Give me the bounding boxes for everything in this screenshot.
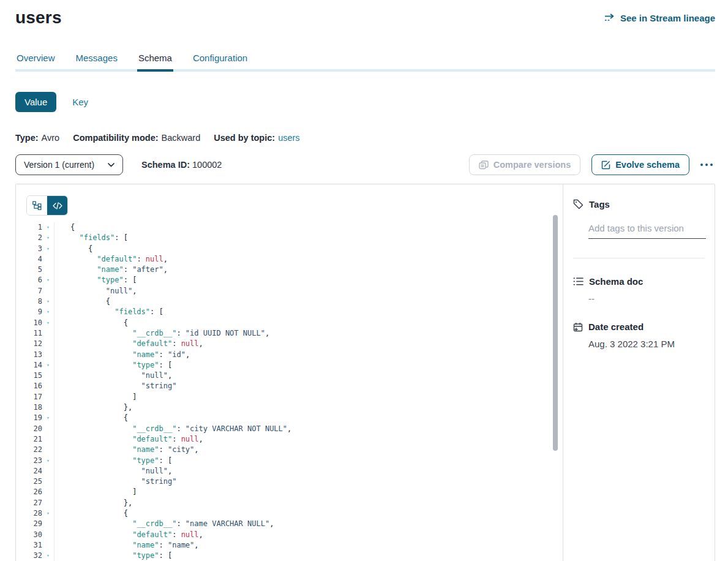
fold-arrow-icon[interactable]: ▾	[42, 244, 54, 254]
code-line[interactable]: 29 "__crdb__": "name VARCHAR NULL",	[26, 519, 563, 529]
fold-arrow-icon[interactable]: ▾	[42, 508, 54, 519]
schema-type-value: Avro	[42, 133, 60, 143]
schema-doc-header: Schema doc	[573, 276, 705, 287]
tab-messages[interactable]: Messages	[75, 49, 119, 69]
code-line[interactable]: 20 "__crdb__": "city VARCHAR NOT NULL",	[26, 424, 563, 434]
version-bar: Version 1 (current) Schema ID: 100002 Co…	[15, 154, 715, 175]
tree-view-button[interactable]	[27, 196, 47, 215]
fold-spacer	[42, 371, 54, 381]
code-line[interactable]: 21 "default": null,	[26, 434, 563, 445]
code-line[interactable]: 9▾ "fields": [	[26, 307, 563, 317]
compare-versions-button[interactable]: Compare versions	[469, 154, 581, 175]
stream-lineage-link[interactable]: See in Stream lineage	[604, 13, 715, 23]
fold-arrow-icon[interactable]: ▾	[42, 222, 54, 233]
fold-spacer	[42, 328, 54, 339]
fold-spacer	[42, 445, 54, 455]
code-text: "type": [	[54, 551, 172, 561]
code-line[interactable]: 7 "null",	[26, 286, 563, 296]
fold-arrow-icon[interactable]: ▾	[42, 233, 54, 243]
fold-spacer	[42, 476, 54, 487]
schema-meta: Type: Avro Compatibility mode: Backward …	[15, 133, 715, 143]
tab-schema[interactable]: Schema	[137, 49, 173, 72]
line-number: 8	[26, 296, 42, 307]
line-number: 22	[26, 445, 42, 455]
fold-arrow-icon[interactable]: ▾	[42, 275, 54, 285]
code-line[interactable]: 23▾ "type": [	[26, 456, 563, 466]
code-line[interactable]: 4 "default": null,	[26, 254, 563, 265]
editor-scrollbar[interactable]	[553, 215, 558, 451]
evolve-schema-button[interactable]: Evolve schema	[591, 154, 689, 175]
fold-arrow-icon[interactable]: ▾	[42, 318, 54, 328]
code-line[interactable]: 31 "name": "name",	[26, 540, 563, 551]
code-line[interactable]: 5 "name": "after",	[26, 265, 563, 275]
more-options-button[interactable]	[698, 161, 715, 168]
fold-arrow-icon[interactable]: ▾	[42, 296, 54, 307]
tab-configuration[interactable]: Configuration	[192, 49, 249, 69]
code-view-button[interactable]	[47, 196, 67, 215]
code-line[interactable]: 18 },	[26, 402, 563, 413]
code-line[interactable]: 13 "name": "id",	[26, 350, 563, 360]
code-editor-area[interactable]: 1▾{2▾ "fields": [3▾ {4 "default": null,5…	[26, 222, 563, 561]
code-text: "type": [	[54, 275, 137, 285]
topic-link[interactable]: users	[278, 133, 299, 143]
code-line[interactable]: 3▾ {	[26, 244, 563, 254]
line-number: 31	[26, 540, 42, 551]
code-line[interactable]: 16 "string"	[26, 381, 563, 391]
code-line[interactable]: 2▾ "fields": [	[26, 233, 563, 243]
code-line[interactable]: 11 "__crdb__": "id UUID NOT NULL",	[26, 328, 563, 339]
version-select[interactable]: Version 1 (current)	[15, 154, 123, 175]
code-text: "__crdb__": "name VARCHAR NULL",	[54, 519, 274, 529]
code-line[interactable]: 10▾ {	[26, 318, 563, 328]
code-line[interactable]: 27 },	[26, 498, 563, 508]
fold-spacer	[42, 530, 54, 540]
code-line[interactable]: 14▾ "type": [	[26, 360, 563, 371]
value-button[interactable]: Value	[15, 92, 56, 112]
code-line[interactable]: 12 "default": null,	[26, 339, 563, 349]
code-text: "default": null,	[54, 530, 203, 540]
line-number: 13	[26, 350, 42, 360]
code-line[interactable]: 19▾ {	[26, 413, 563, 423]
tab-bar: Overview Messages Schema Configuration	[15, 49, 715, 72]
fold-arrow-icon[interactable]: ▾	[42, 307, 54, 317]
code-text: {	[54, 222, 75, 233]
code-text: "string"	[54, 476, 176, 487]
schema-id: Schema ID: 100002	[141, 160, 222, 170]
line-number: 28	[26, 508, 42, 519]
code-line[interactable]: 26 ]	[26, 487, 563, 497]
line-number: 6	[26, 275, 42, 285]
code-line[interactable]: 30 "default": null,	[26, 530, 563, 540]
add-tags-input[interactable]	[588, 222, 706, 239]
code-line[interactable]: 22 "name": "city",	[26, 445, 563, 455]
fold-spacer	[42, 350, 54, 360]
code-text: "name": "id",	[54, 350, 190, 360]
line-number: 21	[26, 434, 42, 445]
code-line[interactable]: 8▾ {	[26, 296, 563, 307]
fold-arrow-icon[interactable]: ▾	[42, 360, 54, 371]
stream-lineage-label: See in Stream lineage	[620, 13, 715, 23]
version-select-value: Version 1 (current)	[24, 160, 94, 170]
editor-view-toggle	[26, 195, 68, 216]
line-number: 2	[26, 233, 42, 243]
fold-spacer	[42, 392, 54, 402]
code-line[interactable]: 17 ]	[26, 392, 563, 402]
code-line[interactable]: 1▾{	[26, 222, 563, 233]
code-text: "default": null,	[54, 254, 168, 265]
chevron-down-icon	[108, 163, 114, 167]
code-line[interactable]: 32▾ "type": [	[26, 551, 563, 561]
evolve-schema-icon	[601, 160, 610, 170]
fold-spacer	[42, 265, 54, 275]
fold-arrow-icon[interactable]: ▾	[42, 413, 54, 423]
key-button[interactable]: Key	[72, 97, 88, 107]
code-line[interactable]: 28▾ {	[26, 508, 563, 519]
code-line[interactable]: 25 "string"	[26, 476, 563, 487]
used-by-topic-label: Used by topic:	[214, 133, 275, 143]
code-line[interactable]: 24 "null",	[26, 466, 563, 476]
tab-overview[interactable]: Overview	[15, 49, 56, 69]
code-line[interactable]: 6▾ "type": [	[26, 275, 563, 285]
code-text: {	[54, 508, 128, 519]
fold-arrow-icon[interactable]: ▾	[42, 456, 54, 466]
code-line[interactable]: 15 "null",	[26, 371, 563, 381]
fold-arrow-icon[interactable]: ▾	[42, 551, 54, 561]
code-text: },	[54, 402, 132, 413]
code-text: "type": [	[54, 360, 172, 371]
